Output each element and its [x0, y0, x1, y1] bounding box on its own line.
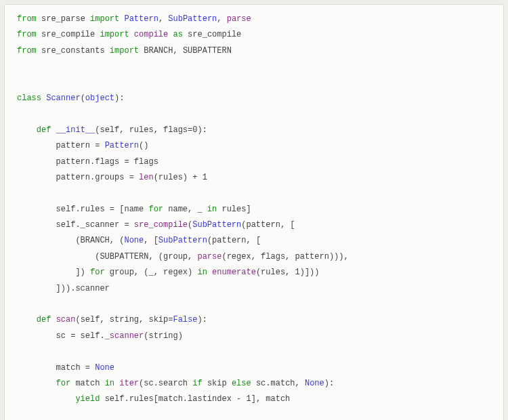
code-line: self._scanner = sre_compile(SubPattern(p… — [17, 217, 491, 233]
code-token: for — [148, 205, 168, 214]
code-token: _scanner — [105, 331, 144, 341]
code-token: from — [17, 14, 41, 24]
code-token: ], match — [251, 394, 291, 404]
code-token — [17, 125, 37, 135]
code-token: rules] — [221, 205, 251, 214]
code-token: def — [37, 125, 56, 135]
code-token: SubPattern — [168, 14, 217, 24]
code-line — [17, 75, 491, 91]
code-token: (self, rules, flags= — [95, 125, 192, 135]
code-token: sre_constants — [41, 46, 110, 56]
code-token: (BRANCH, ( — [17, 236, 124, 245]
code-token: from — [17, 46, 41, 56]
code-token: in — [105, 379, 120, 388]
code-line: ]) for group, (_, regex) in enumerate(ru… — [17, 265, 491, 280]
code-token: else — [232, 379, 256, 388]
code-token: ( — [81, 93, 85, 103]
code-token: ): — [114, 93, 124, 103]
code-line — [17, 106, 491, 122]
code-line — [17, 344, 491, 360]
code-line: match = None — [17, 360, 491, 376]
code-line: pattern.flags = flags — [17, 154, 491, 170]
code-token: match — [75, 379, 104, 388]
code-token: import — [110, 46, 144, 56]
code-token: match = — [17, 363, 95, 373]
code-token — [17, 315, 37, 324]
code-token: None — [124, 236, 144, 245]
code-token: in — [197, 268, 212, 277]
code-token: 1 — [203, 173, 207, 182]
code-line: (SUBPATTERN, (group, parse(regex, flags,… — [17, 249, 491, 265]
code-token: __init__ — [56, 125, 96, 135]
code-token: 1 — [246, 394, 251, 404]
code-token: Pattern — [124, 14, 158, 24]
code-token: self._scanner = — [17, 220, 134, 230]
code-token: , [ — [144, 236, 158, 245]
code-line: from sre_parse import Pattern, SubPatter… — [17, 12, 491, 27]
code-line — [17, 59, 491, 75]
code-token: (pattern, [ — [207, 236, 261, 245]
code-token: in — [207, 205, 222, 214]
code-token: sre_compile — [134, 220, 188, 230]
code-token: pattern = — [17, 141, 105, 150]
code-line: pattern = Pattern() — [17, 138, 491, 154]
code-token: )])) — [300, 268, 320, 277]
code-token: Pattern — [105, 141, 139, 150]
code-token: (rules) + — [154, 173, 203, 182]
code-token: parse — [227, 14, 251, 24]
code-token — [17, 394, 75, 404]
code-token: for — [56, 379, 76, 388]
code-token: iter — [119, 379, 139, 388]
code-token: enumerate — [212, 268, 256, 277]
code-line — [17, 186, 491, 201]
code-token: class — [17, 93, 46, 103]
code-line: from sre_compile import compile as sre_c… — [17, 27, 491, 43]
code-line: sc = self._scanner(string) — [17, 329, 491, 344]
code-token: (self, string, skip= — [75, 315, 173, 324]
code-token: name, _ — [168, 205, 207, 214]
code-block: from sre_parse import Pattern, SubPatter… — [4, 4, 504, 420]
code-line: for match in iter(sc.search if skip else… — [17, 376, 491, 392]
code-token: SubPattern — [158, 236, 207, 245]
code-token: Scanner — [46, 93, 80, 103]
code-token: BRANCH, SUBPATTERN — [144, 46, 232, 56]
code-line: class Scanner(object): — [17, 91, 491, 106]
code-token: self.rules[match.lastindex - — [105, 394, 247, 404]
code-token: compile — [134, 30, 168, 39]
code-token: sre_parse — [41, 14, 90, 24]
code-token: ): — [197, 125, 207, 135]
code-line: self.rules = [name for name, _ in rules] — [17, 202, 491, 217]
code-token: skip — [207, 379, 232, 388]
code-token: def — [37, 315, 56, 324]
code-token: (regex, flags, pattern))), — [221, 252, 348, 261]
code-token: len — [139, 173, 154, 182]
code-line: def scan(self, string, skip=False): — [17, 312, 491, 328]
code-line: pattern.groups = len(rules) + 1 — [17, 170, 491, 186]
code-token: () — [139, 141, 148, 150]
code-token: SubPattern — [192, 220, 241, 230]
code-token: pattern.flags = flags — [17, 157, 158, 167]
code-token: as — [168, 30, 188, 39]
code-token: (rules, — [256, 268, 295, 277]
code-token: (sc.search — [139, 379, 192, 388]
code-token: import — [90, 14, 124, 24]
code-token: yield — [75, 394, 104, 404]
code-token: ]) — [17, 268, 90, 277]
code-line: def __init__(self, rules, flags=0): — [17, 123, 491, 138]
code-token: pattern.groups = — [17, 173, 139, 182]
code-line — [17, 297, 491, 312]
code-line: ])).scanner — [17, 281, 491, 297]
code-token: sre_compile — [188, 30, 241, 39]
code-token: from — [17, 30, 41, 39]
code-token: group, (_, regex) — [110, 268, 198, 277]
code-token: self.rules = [name — [17, 205, 148, 214]
code-token: , — [158, 14, 168, 24]
code-token: (string) — [144, 331, 183, 341]
code-token: object — [85, 93, 114, 103]
code-line: yield self.rules[match.lastindex - 1], m… — [17, 392, 491, 407]
code-line: (BRANCH, (None, [SubPattern(pattern, [ — [17, 233, 491, 249]
code-token: (pattern, [ — [241, 220, 295, 230]
code-line: from sre_constants import BRANCH, SUBPAT… — [17, 43, 491, 59]
code-token: , — [217, 14, 226, 24]
code-token: for — [90, 268, 110, 277]
